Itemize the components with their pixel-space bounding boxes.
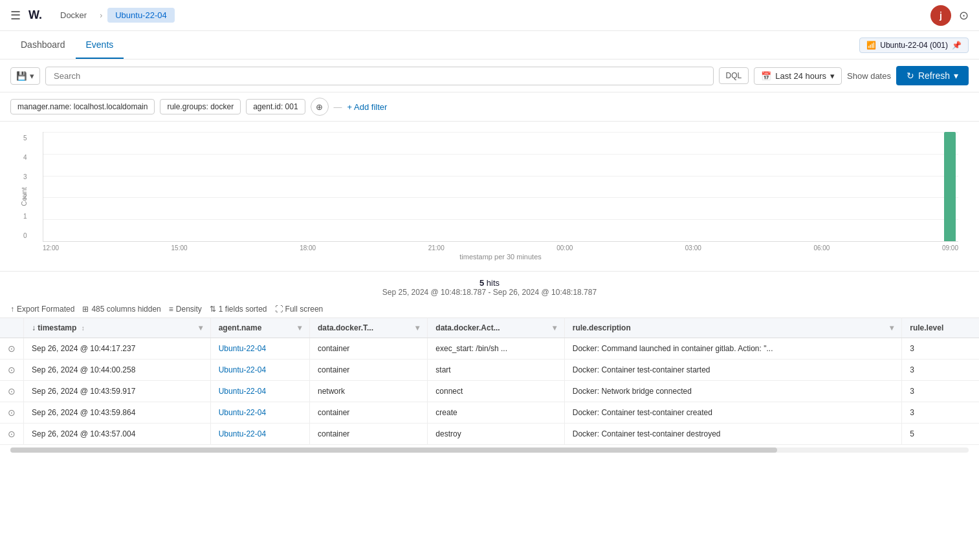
grid-line-1: [43, 219, 958, 220]
cell-rule-level: 3: [902, 402, 979, 424]
timestamp-filter-icon[interactable]: ▾: [199, 323, 203, 332]
save-search-button[interactable]: 💾 ▾: [10, 67, 40, 85]
col-agent-name[interactable]: agent.name ▾: [210, 318, 309, 338]
fullscreen-label: Full screen: [285, 305, 324, 314]
cell-docker-act: create: [428, 402, 564, 424]
agent-name-link[interactable]: Ubuntu-22-04: [219, 408, 266, 417]
breadcrumb-sep: ›: [100, 11, 102, 20]
horizontal-scrollbar[interactable]: [10, 447, 969, 453]
cell-docker-act: start: [428, 360, 564, 381]
y-axis-labels: 0 1 2 3 4 5: [23, 132, 27, 242]
y-label-1: 1: [23, 213, 27, 220]
x-label-00: 00:00: [556, 244, 573, 252]
cell-timestamp: Sep 26, 2024 @ 10:43:59.864: [24, 402, 211, 424]
fullscreen-button[interactable]: ⛶ Full screen: [275, 305, 324, 314]
y-label-5: 5: [23, 135, 27, 142]
time-range-picker[interactable]: 📅 Last 24 hours ▾: [754, 67, 842, 85]
x-label-15: 15:00: [171, 244, 188, 252]
agent-name-link[interactable]: Ubuntu-22-04: [219, 429, 266, 438]
col-docker-type[interactable]: data.docker.T... ▾: [309, 318, 427, 338]
col-docker-act[interactable]: data.docker.Act... ▾: [428, 318, 564, 338]
filter-agent-id[interactable]: agent.id: 001: [246, 99, 305, 114]
tab-events[interactable]: Events: [76, 32, 124, 59]
cell-docker-act: destroy: [428, 424, 564, 445]
col-rule-description[interactable]: rule.description ▾: [564, 318, 902, 338]
x-label-09: 09:00: [942, 244, 958, 252]
breadcrumb-ubuntu[interactable]: Ubuntu-22-04: [107, 8, 175, 23]
row-expand-icon[interactable]: ⊙: [0, 424, 24, 445]
col-rule-level[interactable]: rule.level: [902, 318, 979, 338]
avatar[interactable]: j: [930, 5, 951, 26]
agent-name-link[interactable]: Ubuntu-22-04: [219, 344, 266, 353]
table-header: ↓ timestamp ↕ ▾ agent.name ▾ data.docker…: [0, 318, 979, 338]
x-label-18: 18:00: [300, 244, 316, 252]
table-body: ⊙ Sep 26, 2024 @ 10:44:17.237 Ubuntu-22-…: [0, 338, 979, 445]
filter-manager-name[interactable]: manager.name: localhost.localdomain: [10, 99, 155, 114]
columns-hidden-button[interactable]: ⊞ 485 columns hidden: [82, 305, 160, 314]
cell-rule-level: 3: [902, 360, 979, 381]
cell-docker-act: connect: [428, 381, 564, 402]
rule-desc-filter-icon[interactable]: ▾: [890, 323, 894, 332]
y-label-0: 0: [23, 232, 27, 239]
docker-act-filter-icon[interactable]: ▾: [553, 323, 556, 332]
row-expand-icon[interactable]: ⊙: [0, 402, 24, 424]
table-row: ⊙ Sep 26, 2024 @ 10:44:00.258 Ubuntu-22-…: [0, 360, 979, 381]
cell-rule-level: 3: [902, 338, 979, 360]
filter-options-button[interactable]: ⊕: [311, 98, 329, 116]
search-input[interactable]: [45, 67, 714, 85]
add-filter-button[interactable]: + Add filter: [347, 102, 388, 112]
fullscreen-icon: ⛶: [275, 305, 283, 314]
cell-rule-description: Docker: Container test-container created: [564, 402, 902, 424]
fields-sorted-button[interactable]: ⇅ 1 fields sorted: [210, 305, 267, 314]
cell-rule-description: Docker: Command launched in container gi…: [564, 338, 902, 360]
export-button[interactable]: ↑ Export Formated: [10, 305, 74, 314]
agent-name-filter-icon[interactable]: ▾: [298, 323, 302, 332]
col-expand: [0, 318, 24, 338]
y-label-2: 2: [23, 193, 27, 200]
calendar-icon: 📅: [761, 71, 771, 81]
docker-type-filter-icon[interactable]: ▾: [415, 323, 419, 332]
dql-button[interactable]: DQL: [719, 67, 749, 84]
grid-line-4: [43, 154, 958, 155]
x-label-06: 06:00: [813, 244, 830, 252]
density-label: Density: [176, 305, 202, 314]
row-expand-icon[interactable]: ⊙: [0, 360, 24, 381]
results-header: 5 hits Sep 25, 2024 @ 10:48:18.787 - Sep…: [0, 272, 979, 301]
scrollbar-thumb[interactable]: [10, 447, 777, 453]
wifi-icon: 📶: [866, 41, 876, 50]
hamburger-icon[interactable]: ☰: [10, 8, 21, 23]
time-range-label: Last 24 hours: [775, 71, 826, 81]
x-label-21: 21:00: [428, 244, 445, 252]
cell-docker-type: container: [309, 338, 427, 360]
cell-rule-level: 5: [902, 424, 979, 445]
hits-display: 5 hits: [10, 278, 969, 288]
agent-badge: 📶 Ubuntu-22-04 (001) 📌: [859, 38, 969, 53]
agent-name-link[interactable]: Ubuntu-22-04: [219, 387, 266, 396]
help-icon[interactable]: ⊙: [959, 8, 969, 23]
save-icon: 💾: [16, 71, 27, 81]
row-expand-icon[interactable]: ⊙: [0, 338, 24, 360]
col-timestamp[interactable]: ↓ timestamp ↕ ▾: [24, 318, 211, 338]
cell-docker-act: exec_start: /bin/sh ...: [428, 338, 564, 360]
hits-label: hits: [487, 278, 500, 288]
cell-rule-description: Docker: Container test-container started: [564, 360, 902, 381]
cell-docker-type: container: [309, 402, 427, 424]
agent-badge-label: Ubuntu-22-04 (001): [880, 41, 948, 50]
density-button[interactable]: ≡ Density: [169, 305, 202, 314]
refresh-button[interactable]: ↻ Refresh ▾: [896, 66, 969, 85]
show-dates-button[interactable]: Show dates: [847, 71, 891, 81]
agent-name-link[interactable]: Ubuntu-22-04: [219, 365, 266, 374]
pin-icon[interactable]: 📌: [952, 41, 962, 50]
header-row: ↓ timestamp ↕ ▾ agent.name ▾ data.docker…: [0, 318, 979, 338]
sort-desc-icon: ↓: [32, 323, 36, 332]
row-expand-icon[interactable]: ⊙: [0, 381, 24, 402]
columns-icon: ⊞: [82, 305, 89, 314]
grid-line-2: [43, 197, 958, 198]
density-icon: ≡: [169, 305, 173, 314]
tab-dashboard[interactable]: Dashboard: [10, 32, 76, 59]
grid-line-3: [43, 176, 958, 177]
breadcrumb-docker[interactable]: Docker: [52, 8, 94, 23]
top-nav-right: j ⊙: [930, 5, 969, 26]
filter-separator: —: [334, 102, 342, 112]
filter-rule-groups[interactable]: rule.groups: docker: [160, 99, 241, 114]
